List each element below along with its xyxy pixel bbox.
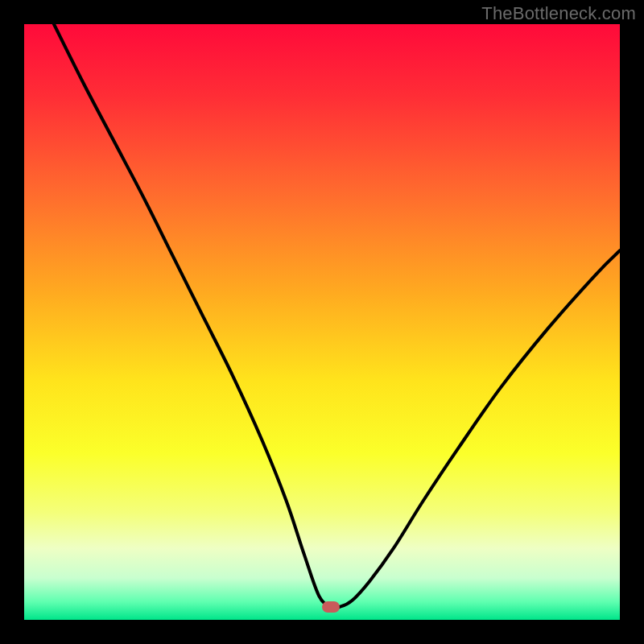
- plot-area: [24, 24, 620, 620]
- optimal-marker: [322, 601, 340, 613]
- curve-layer: [24, 24, 620, 620]
- watermark-text: TheBottleneck.com: [481, 3, 636, 24]
- bottleneck-curve: [54, 24, 620, 608]
